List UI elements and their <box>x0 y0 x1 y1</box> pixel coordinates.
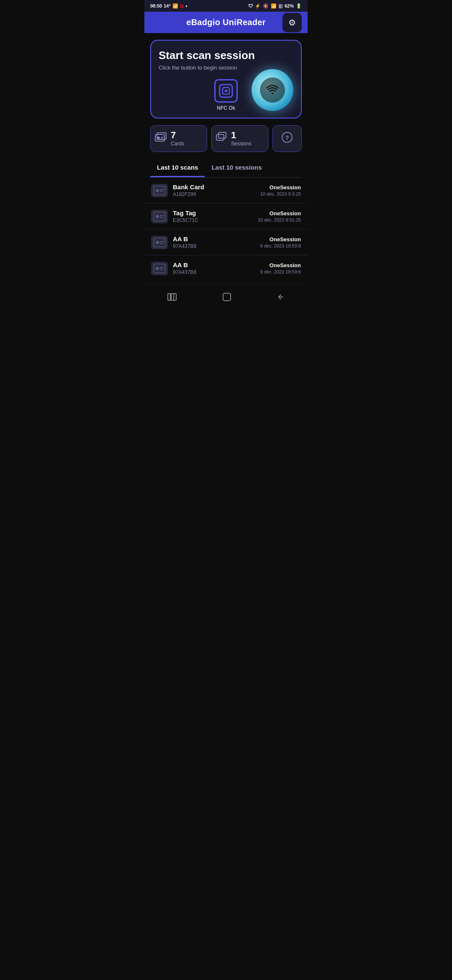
wifi-signal-icon <box>265 83 280 98</box>
svg-rect-16 <box>160 191 163 192</box>
session-name-1: OneSession <box>260 184 301 191</box>
scan-list: Bank Card A182F299 OneSession 10 déc. 20… <box>144 178 308 281</box>
scan-session-card[interactable]: Start scan session Click the button to b… <box>150 40 302 119</box>
svg-rect-7 <box>161 137 164 138</box>
gear-icon: ⚙ <box>288 18 296 28</box>
cards-text: 7 Cards <box>171 131 184 147</box>
app-title: eBadgio UniReader <box>186 18 266 27</box>
svg-rect-17 <box>154 212 165 221</box>
shield-icon: 🛡 <box>248 3 253 8</box>
cards-stat[interactable]: 7 Cards <box>150 125 207 152</box>
nfc-label: NFC Ok <box>217 105 235 111</box>
scan-name-4: AA B <box>173 261 255 268</box>
scan-info-3: AA B 97A437B8 <box>173 235 255 249</box>
svg-rect-20 <box>160 217 163 218</box>
scan-name-1: Bank Card <box>173 183 255 191</box>
tab-last-sessions[interactable]: Last 10 sessions <box>205 159 268 177</box>
scan-card-title: Start scan session <box>159 49 293 62</box>
svg-rect-27 <box>160 267 164 268</box>
svg-rect-15 <box>160 189 164 190</box>
svg-rect-9 <box>216 134 224 140</box>
status-left: 08:50 14° 📶 N ● <box>150 3 187 9</box>
svg-rect-13 <box>154 186 165 195</box>
scan-name-2: Tag Tag <box>173 209 253 217</box>
temp-display: 14° <box>164 3 171 8</box>
scan-info-4: AA B 97A437B8 <box>173 261 255 275</box>
tabs-row: Last 10 scans Last 10 sessions <box>150 159 302 178</box>
svg-point-18 <box>156 215 159 218</box>
svg-rect-21 <box>154 238 165 247</box>
svg-rect-24 <box>160 243 163 244</box>
status-bar: 08:50 14° 📶 N ● 🛡 ⚡ 🔇 📶 ||| 62% 🔋 <box>144 0 308 12</box>
scan-uid-2: E3C5C71C <box>173 217 253 223</box>
card-avatar-2 <box>151 210 168 223</box>
session-date-4: 9 déc. 2023 18:59:6 <box>260 269 301 274</box>
scan-info-1: Bank Card A182F299 <box>173 183 255 197</box>
home-button[interactable] <box>214 290 240 306</box>
nfc-status-icon: 📶 <box>172 3 178 9</box>
svg-point-14 <box>156 189 159 192</box>
sessions-stat[interactable]: 1 Sessions <box>211 125 268 152</box>
scan-button-area[interactable] <box>252 69 293 111</box>
stats-row: 7 Cards 1 Sessions ? <box>150 125 302 152</box>
session-date-3: 9 déc. 2023 18:59:8 <box>260 243 301 248</box>
card-avatar-1 <box>151 184 168 197</box>
sessions-icon <box>216 132 227 145</box>
svg-rect-28 <box>160 269 163 270</box>
battery-icon: 🔋 <box>296 3 302 9</box>
scan-info-2: Tag Tag E3C5C71C <box>173 209 253 223</box>
svg-rect-31 <box>174 294 176 300</box>
help-icon: ? <box>281 132 293 146</box>
svg-rect-8 <box>161 138 163 139</box>
cards-label: Cards <box>171 141 184 147</box>
battery-display: 62% <box>285 3 294 8</box>
scan-circle-button[interactable] <box>252 69 293 111</box>
netflix-icon: N <box>180 3 184 9</box>
scan-uid-4: 97A437B8 <box>173 269 255 275</box>
bluetooth-icon: ⚡ <box>255 3 261 9</box>
app-header: eBadgio UniReader ⚙ <box>144 12 308 33</box>
svg-rect-25 <box>154 264 165 273</box>
svg-rect-32 <box>223 293 231 301</box>
svg-rect-10 <box>218 132 226 138</box>
cards-icon <box>155 132 167 145</box>
scan-item-3[interactable]: AA B 97A437B8 OneSession 9 déc. 2023 18:… <box>144 230 308 255</box>
svg-text:?: ? <box>285 134 289 141</box>
session-date-1: 10 déc. 2023 9:3:25 <box>260 191 301 196</box>
nfc-icon <box>214 79 238 103</box>
card-avatar-3 <box>151 236 168 249</box>
scan-item-4[interactable]: AA B 97A437B8 OneSession 9 déc. 2023 18:… <box>144 255 308 281</box>
svg-rect-19 <box>160 215 164 216</box>
menu-button[interactable] <box>159 291 185 305</box>
scan-uid-3: 97A437B8 <box>173 243 255 249</box>
status-right: 🛡 ⚡ 🔇 📶 ||| 62% 🔋 <box>248 3 302 9</box>
session-name-4: OneSession <box>260 262 301 268</box>
mute-icon: 🔇 <box>263 3 269 9</box>
svg-rect-23 <box>160 241 164 242</box>
help-stat[interactable]: ? <box>272 125 302 152</box>
svg-rect-2 <box>225 90 227 92</box>
scan-session-3: OneSession 9 déc. 2023 18:59:8 <box>260 236 301 248</box>
sessions-text: 1 Sessions <box>231 131 252 147</box>
settings-button[interactable]: ⚙ <box>282 13 302 32</box>
scan-circle-inner <box>260 77 285 103</box>
tab-last-scans[interactable]: Last 10 scans <box>150 159 205 177</box>
session-date-2: 10 déc. 2023 8:51:25 <box>258 217 301 222</box>
svg-point-3 <box>272 93 273 95</box>
scan-name-3: AA B <box>173 235 255 242</box>
wifi-status-icon: 📶 <box>271 3 277 9</box>
scan-item-1[interactable]: Bank Card A182F299 OneSession 10 déc. 20… <box>144 178 308 204</box>
time-display: 08:50 <box>150 3 162 8</box>
cards-count: 7 <box>171 131 184 140</box>
scan-session-4: OneSession 9 déc. 2023 18:59:6 <box>260 262 301 274</box>
signal-icon: ||| <box>279 3 282 8</box>
scan-item-2[interactable]: Tag Tag E3C5C71C OneSession 10 déc. 2023… <box>144 204 308 230</box>
bottom-navigation <box>144 284 308 313</box>
svg-point-26 <box>156 267 159 270</box>
card-avatar-4 <box>151 262 168 275</box>
sessions-label: Sessions <box>231 141 252 147</box>
scan-session-2: OneSession 10 déc. 2023 8:51:25 <box>258 210 301 222</box>
back-button[interactable] <box>269 291 293 305</box>
nfc-svg-icon <box>218 83 234 98</box>
svg-rect-29 <box>168 294 170 300</box>
